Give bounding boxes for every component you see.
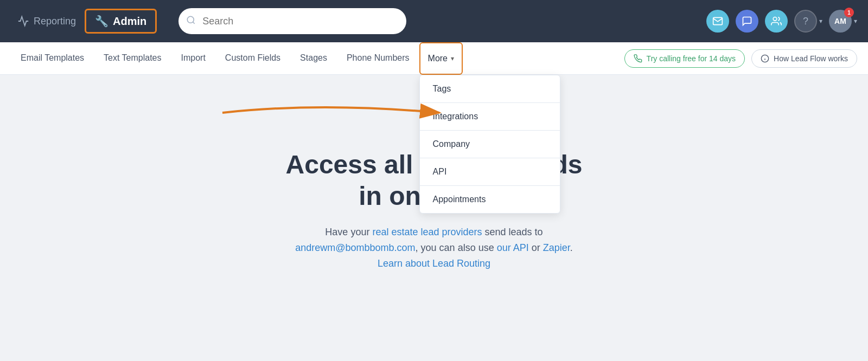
nav-items-list: Email Templates Text Templates Import Cu…: [11, 42, 624, 75]
nav-item-email-templates[interactable]: Email Templates: [11, 42, 94, 75]
help-icon-button[interactable]: ?: [794, 10, 817, 33]
admin-tool-icon: 🔧: [95, 15, 108, 28]
nav-item-text-templates[interactable]: Text Templates: [94, 42, 171, 75]
chat-icon-button[interactable]: [736, 10, 758, 33]
svg-point-0: [188, 16, 194, 23]
info-icon: [761, 54, 769, 63]
admin-button[interactable]: 🔧 Admin: [85, 9, 157, 34]
reporting-icon: [17, 15, 29, 27]
nav-item-phone-numbers[interactable]: Phone Numbers: [337, 42, 419, 75]
people-icon-button[interactable]: [765, 10, 788, 33]
reporting-button[interactable]: Reporting: [11, 11, 82, 31]
avatar-chevron-icon: ▾: [854, 17, 857, 25]
svg-line-1: [193, 22, 195, 23]
search-input[interactable]: [178, 8, 406, 34]
more-dropdown-menu: Tags Integrations Company API Appointmen…: [419, 75, 560, 214]
user-avatar-button[interactable]: AM 1: [829, 10, 852, 33]
hero-subtitle: Have your real estate lead providers sen…: [295, 224, 573, 271]
nav-right-icons: ? ▾ AM 1 ▾: [706, 10, 857, 33]
lead-providers-link[interactable]: real estate lead providers: [372, 227, 482, 237]
search-icon: [186, 15, 196, 28]
more-button[interactable]: More ▾: [419, 42, 463, 75]
phone-icon: [634, 54, 642, 63]
learn-routing-link[interactable]: Learn about Lead Routing: [378, 258, 490, 269]
email-link[interactable]: andrewm@bombbomb.com: [295, 242, 415, 253]
nav-right-buttons: Try calling free for 14 days How Lead Fl…: [624, 49, 857, 68]
svg-point-2: [773, 17, 777, 21]
avatar-wrapper: AM 1 ▾: [829, 10, 857, 33]
top-navigation: Reporting 🔧 Admin: [0, 0, 868, 42]
help-dropdown[interactable]: ? ▾: [794, 10, 822, 33]
help-chevron-icon: ▾: [819, 17, 822, 25]
nav-item-custom-fields[interactable]: Custom Fields: [215, 42, 290, 75]
nav-item-import[interactable]: Import: [171, 42, 215, 75]
try-calling-button[interactable]: Try calling free for 14 days: [624, 49, 745, 68]
question-mark-icon: ?: [803, 16, 808, 27]
email-icon-button[interactable]: [706, 10, 729, 33]
secondary-navigation: Email Templates Text Templates Import Cu…: [0, 42, 868, 75]
notification-badge: 1: [844, 8, 854, 17]
api-link[interactable]: our API: [497, 242, 529, 253]
zapier-link[interactable]: Zapier: [543, 242, 570, 253]
avatar-initials: AM: [834, 17, 846, 25]
how-lead-flow-button[interactable]: How Lead Flow works: [751, 49, 857, 68]
admin-label: Admin: [113, 15, 146, 28]
search-container: [178, 8, 406, 34]
more-dropdown-wrapper: More ▾ Tags Integrations Company API Ap: [419, 42, 463, 75]
dropdown-item-appointments[interactable]: Appointments: [420, 186, 560, 213]
dropdown-item-api[interactable]: API: [420, 158, 560, 186]
nav-item-stages[interactable]: Stages: [290, 42, 337, 75]
reporting-label: Reporting: [34, 16, 76, 27]
dropdown-item-tags[interactable]: Tags: [420, 75, 560, 103]
more-chevron-icon: ▾: [451, 55, 454, 62]
dropdown-item-company[interactable]: Company: [420, 131, 560, 158]
dropdown-item-integrations[interactable]: Integrations: [420, 103, 560, 131]
